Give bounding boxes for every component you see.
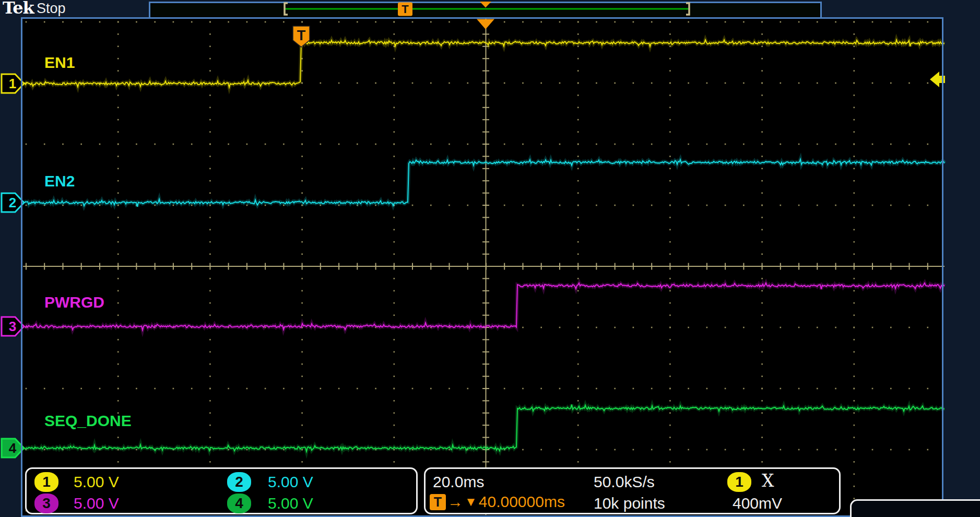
timebase-trigger-readout-box: 20.0ms 50.0kS/s 1 X T → ▼ 40.00000ms 10k… [424,467,841,514]
trace-label-en2: EN2 [44,172,75,190]
oscilloscope-screen: Tek Stop EN1 EN2 PWRGD SEQ_DONE 1 2 3 4 … [0,0,980,517]
channel3-position-marker[interactable]: 3 [2,316,23,336]
channel2-position-marker[interactable]: 2 [2,193,23,213]
ch1-scale: 5.00 V [74,472,119,492]
trigger-source-badge: 1 [727,472,751,492]
graticule [0,0,980,517]
ch2-badge: 2 [227,472,251,492]
ch4-scale: 5.00 V [268,494,313,513]
ch1-badge: 1 [34,472,58,492]
trace-label-pwrgd: PWRGD [44,293,104,311]
arrow-right-icon: → [447,493,463,511]
trigger-point-badge[interactable]: T [293,28,310,44]
trigger-delay-value: 40.00000ms [479,493,565,511]
minimap-trigger-badge[interactable]: T [398,3,412,16]
sample-rate: 50.0kS/s [594,472,655,492]
channel1-position-marker[interactable]: 1 [2,74,23,93]
ch3-badge: 3 [34,494,58,513]
timebase-scale: 20.0ms [433,472,484,492]
trace-label-en1: EN1 [44,54,75,72]
ch3-scale: 5.00 V [74,494,119,513]
trigger-slope-glyph: X [762,471,774,491]
channel4-position-marker[interactable]: 4 [2,438,23,458]
ch2-scale: 5.00 V [268,472,313,492]
record-length: 10k points [594,494,665,513]
trigger-delay-readout: T → ▼ 40.00000ms [430,493,565,511]
trace-label-seq-done: SEQ_DONE [44,412,132,430]
channel-scale-readout-box: 1 5.00 V 2 5.00 V 3 5.00 V 4 5.00 V [25,467,418,514]
trigger-t-icon: T [430,494,446,510]
delay-marker-icon: ▼ [465,493,477,511]
aux-readout-box [850,499,980,517]
ch4-badge: 4 [227,494,251,513]
trigger-level: 400mV [733,494,782,513]
